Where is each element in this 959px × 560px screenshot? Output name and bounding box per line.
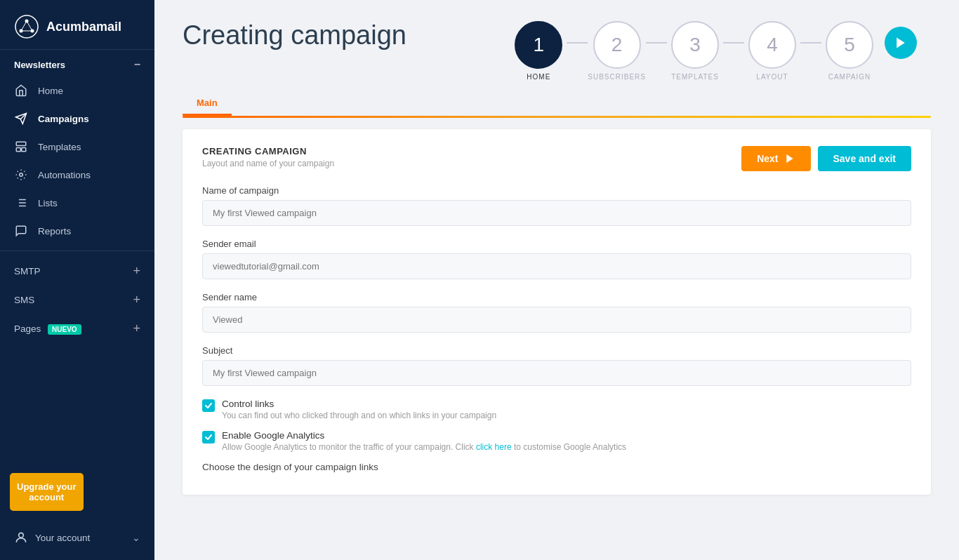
svg-rect-10 <box>16 148 20 152</box>
header: Creating campaign 1 HOME 2 SUBSCRIBERS 3… <box>154 0 959 81</box>
svg-point-0 <box>15 15 38 38</box>
pages-badge: NUEVO <box>48 324 81 335</box>
account-label: Your account <box>35 533 90 543</box>
google-analytics-text: Enable Google Analytics Allow Google Ana… <box>222 430 626 452</box>
logo: Acumbamail <box>0 0 154 46</box>
control-links-row: Control links You can find out who click… <box>202 399 911 420</box>
upgrade-button[interactable]: Upgrade youraccount <box>10 473 84 511</box>
smtp-add-icon[interactable]: + <box>133 264 140 279</box>
sender-name-input[interactable] <box>202 307 911 333</box>
step-connector-3 <box>723 42 744 44</box>
sms-add-icon[interactable]: + <box>133 293 140 307</box>
card-subtitle: Layout and name of your campaign <box>202 159 334 168</box>
subject-input[interactable] <box>202 360 911 386</box>
campaign-name-group: Name of campaign <box>202 185 911 226</box>
svg-rect-9 <box>16 142 26 145</box>
sidebar-item-templates[interactable]: Templates <box>0 133 154 161</box>
automations-label: Automations <box>38 170 91 180</box>
svg-line-4 <box>21 21 27 31</box>
step-2-circle: 2 <box>593 21 641 69</box>
pages-label: Pages <box>14 324 41 334</box>
step-1[interactable]: 1 HOME <box>510 21 567 81</box>
smtp-label: SMTP <box>14 266 41 276</box>
card-actions: Next Save and exit <box>741 146 911 171</box>
home-label: Home <box>38 86 63 96</box>
campaign-play-button[interactable] <box>885 27 917 59</box>
templates-icon <box>14 140 28 154</box>
sidebar-item-lists[interactable]: Lists <box>0 189 154 217</box>
tab-main[interactable]: Main <box>183 92 232 116</box>
automations-icon <box>14 168 28 182</box>
step-connector-2 <box>646 42 667 44</box>
lists-icon <box>14 196 28 210</box>
sidebar-item-home[interactable]: Home <box>0 76 154 105</box>
control-links-desc: You can find out who clicked through and… <box>222 411 496 420</box>
card-header: CREATING CAMPAIGN Layout and name of you… <box>202 146 911 171</box>
sender-email-input[interactable] <box>202 253 911 279</box>
lists-label: Lists <box>38 198 58 208</box>
sender-email-group: Sender email <box>202 239 911 279</box>
card-title: CREATING CAMPAIGN <box>202 146 334 156</box>
home-icon <box>14 84 28 98</box>
step-3-circle: 3 <box>671 21 719 69</box>
tabs: Main <box>183 92 931 116</box>
page-title: Creating campaign <box>183 21 406 51</box>
save-exit-button[interactable]: Save and exit <box>818 146 912 171</box>
step-1-circle: 1 <box>515 21 562 69</box>
click-here-link[interactable]: click here <box>476 442 512 452</box>
pages-add-icon[interactable]: + <box>133 321 140 336</box>
svg-point-12 <box>20 173 23 177</box>
sidebar-item-campaigns[interactable]: Campaigns <box>0 105 154 133</box>
sender-name-group: Sender name <box>202 292 911 333</box>
smtp-row[interactable]: SMTP + <box>0 257 154 286</box>
tab-divider <box>183 116 931 118</box>
step-5-circle: 5 <box>826 21 873 69</box>
pages-label-wrap: Pages NUEVO <box>14 324 81 334</box>
pages-row[interactable]: Pages NUEVO + <box>0 314 154 343</box>
sidebar-item-automations[interactable]: Automations <box>0 161 154 189</box>
sidebar-item-reports[interactable]: Reports <box>0 217 154 245</box>
step-4[interactable]: 4 LAYOUT <box>744 21 800 81</box>
sms-row[interactable]: SMS + <box>0 286 154 314</box>
design-section-title: Choose the design of your campaign links <box>202 462 911 472</box>
google-analytics-row: Enable Google Analytics Allow Google Ana… <box>202 430 911 452</box>
step-5-label: CAMPAIGN <box>828 73 871 81</box>
step-3-label: TEMPLATES <box>671 73 719 81</box>
reports-icon <box>14 224 28 238</box>
step-4-circle: 4 <box>748 21 796 69</box>
step-connector-4 <box>800 42 821 44</box>
control-links-text: Control links You can find out who click… <box>222 399 496 420</box>
sender-name-label: Sender name <box>202 292 911 302</box>
google-analytics-desc: Allow Google Analytics to monitor the tr… <box>222 442 626 452</box>
templates-label: Templates <box>38 142 81 152</box>
campaign-card: CREATING CAMPAIGN Layout and name of you… <box>183 129 931 495</box>
account-row[interactable]: Your account ⌄ <box>0 522 154 553</box>
svg-rect-11 <box>22 148 26 152</box>
google-analytics-checkbox[interactable] <box>202 431 215 444</box>
next-button[interactable]: Next <box>741 146 810 171</box>
step-3[interactable]: 3 TEMPLATES <box>667 21 723 81</box>
stepper: 1 HOME 2 SUBSCRIBERS 3 TEMPLATES 4 LAYOU… <box>510 21 931 81</box>
control-links-checkbox[interactable] <box>202 399 215 412</box>
svg-marker-21 <box>786 154 793 163</box>
step-1-label: HOME <box>527 73 550 81</box>
collapse-icon[interactable]: − <box>134 58 140 71</box>
step-2[interactable]: 2 SUBSCRIBERS <box>588 21 646 81</box>
subject-group: Subject <box>202 345 911 386</box>
divider-1 <box>0 251 154 251</box>
control-links-label: Control links <box>222 399 496 409</box>
sidebar: Acumbamail Newsletters − Home Campaigns <box>0 0 154 560</box>
svg-point-19 <box>19 533 24 538</box>
main-content: Creating campaign 1 HOME 2 SUBSCRIBERS 3… <box>154 0 959 560</box>
logo-text: Acumbamail <box>46 20 121 34</box>
campaign-name-input[interactable] <box>202 200 911 226</box>
newsletters-section: Newsletters − <box>0 49 154 76</box>
step-4-label: LAYOUT <box>756 73 788 81</box>
subject-label: Subject <box>202 345 911 356</box>
step-5[interactable]: 5 CAMPAIGN <box>821 21 878 81</box>
sender-email-label: Sender email <box>202 239 911 249</box>
svg-marker-20 <box>897 37 905 48</box>
account-chevron: ⌄ <box>132 532 140 543</box>
campaigns-label: Campaigns <box>38 114 89 124</box>
campaigns-icon <box>14 112 28 126</box>
